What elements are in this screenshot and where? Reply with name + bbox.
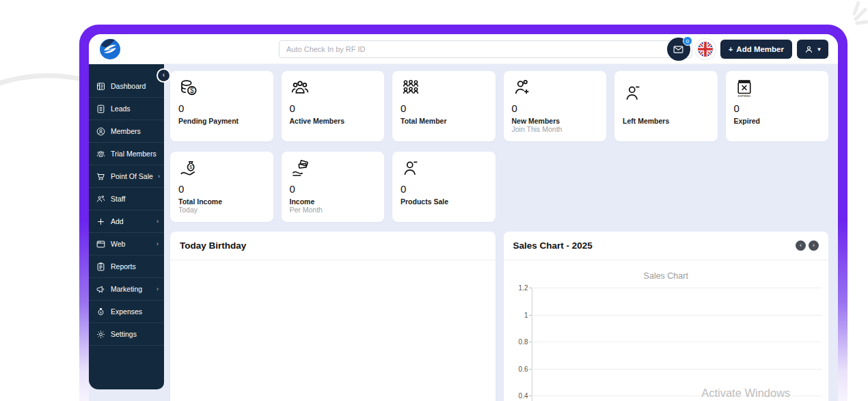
calendar-expired-icon [734, 78, 755, 98]
reports-icon [96, 262, 106, 272]
person-icon [804, 44, 814, 55]
stat-cards-grid: 0 Pending Payment 0 Active Members 0 Tot… [170, 71, 828, 222]
coins-dollar-icon [178, 78, 199, 98]
stat-value: 0 [734, 102, 821, 115]
chart-title: Sales Chart [504, 271, 829, 281]
stat-label: Products Sale [401, 197, 487, 206]
language-flag-button[interactable] [695, 39, 716, 59]
chart-prev-button[interactable]: ‹ [796, 240, 806, 251]
header-actions: 0 + Add [667, 38, 828, 61]
expenses-icon [96, 307, 106, 317]
sidebar-item-reports[interactable]: Reports [89, 255, 164, 278]
stat-card-left-members: Left Members [614, 71, 718, 141]
crowd-icon [401, 78, 421, 98]
dashboard-icon [96, 81, 106, 92]
add-member-button[interactable]: + Add Member [720, 40, 792, 59]
sidebar-item-marketing[interactable]: Marketing › [89, 278, 164, 301]
sidebar-item-dashboard[interactable]: Dashboard [89, 75, 164, 98]
y-tick-label: 0.6 [513, 365, 528, 373]
y-tick-label: 0.8 [513, 338, 528, 346]
main-content: 0 Pending Payment 0 Active Members 0 Tot… [164, 64, 838, 401]
sidebar: Dashboard Leads Members Trial Members Po… [89, 64, 164, 389]
chart-plot: 1.2 1 0.8 0.6 0.4 [513, 288, 822, 401]
stat-card-expired: 0 Expired [726, 71, 829, 141]
stat-value: 0 [401, 183, 487, 196]
envelope-icon [673, 44, 684, 55]
stat-value: 0 [178, 102, 265, 115]
person-plus-icon [512, 78, 532, 98]
chevron-right-icon: › [158, 173, 160, 180]
sidebar-item-web[interactable]: Web › [89, 233, 164, 255]
bottom-panels: Today Birthday Sales Chart - 2025 ‹ › Sa… [170, 232, 828, 401]
moneybag-hand-icon [178, 158, 199, 179]
stat-card-income-per-month: 0 Income Per Month [282, 152, 385, 222]
stat-label: New Members [512, 117, 599, 125]
megaphone-icon [96, 284, 106, 294]
sidebar-item-add[interactable]: Add › [89, 210, 164, 233]
screenshot-stage: 0 + Add [0, 0, 868, 401]
stat-card-active-members: 0 Active Members [282, 71, 385, 141]
chevron-right-icon: › [157, 218, 159, 225]
uk-flag-icon [698, 42, 713, 57]
cash-hand-icon [290, 158, 310, 179]
trial-members-icon [96, 149, 106, 159]
gridline [532, 342, 822, 342]
stat-sublabel: Per Month [290, 206, 377, 214]
leads-icon [96, 104, 106, 114]
stat-value: 0 [290, 102, 377, 115]
sparkle-doodle [841, 0, 868, 34]
sidebar-item-trial-members[interactable]: Trial Members [89, 143, 164, 165]
birthday-panel-header: Today Birthday [170, 232, 496, 260]
web-icon [96, 239, 106, 249]
sidebar-item-members[interactable]: Members [89, 120, 164, 143]
stat-sublabel: Join This Month [512, 125, 599, 133]
profile-menu-button[interactable]: ▼ [797, 40, 828, 59]
plus-icon [96, 217, 106, 227]
stat-label: Expired [734, 117, 821, 125]
app-logo[interactable] [100, 39, 120, 59]
sales-chart: Sales Chart 1.2 1 0.8 [504, 260, 829, 401]
chevron-right-icon: › [157, 286, 159, 292]
stat-value: 0 [512, 102, 599, 115]
sidebar-item-staff[interactable]: Staff [89, 188, 164, 210]
sidebar-item-expenses[interactable]: Expenses [89, 301, 164, 323]
stat-value: 0 [178, 183, 265, 196]
app-window: 0 + Add [89, 34, 838, 401]
person-minus-icon [401, 158, 421, 179]
sidebar-item-settings[interactable]: Settings [89, 323, 164, 346]
stat-label: Total Income [178, 197, 265, 206]
mail-button[interactable]: 0 [667, 38, 690, 61]
sidebar-collapse-button[interactable]: ‹ [158, 70, 169, 81]
staff-icon [96, 194, 106, 204]
stat-label: Total Member [401, 117, 487, 125]
today-birthday-panel: Today Birthday [170, 232, 496, 401]
sidebar-item-leads[interactable]: Leads [89, 98, 164, 120]
stat-label: Active Members [290, 117, 377, 125]
cart-icon [96, 171, 106, 182]
search-input[interactable] [279, 40, 692, 58]
y-tick-label: 0.4 [513, 392, 528, 400]
chart-next-button[interactable]: › [809, 240, 819, 251]
sidebar-item-point-of-sale[interactable]: Point Of Sale › [89, 165, 164, 188]
chevron-right-icon: › [157, 240, 159, 247]
mail-badge: 0 [683, 36, 692, 46]
stat-sublabel: Today [178, 206, 265, 214]
y-tick-label: 1.2 [513, 284, 528, 292]
stat-card-pending-payment: 0 Pending Payment [170, 71, 273, 141]
chevron-down-icon: ▼ [817, 46, 822, 53]
stat-value: 0 [401, 102, 487, 115]
person-minus-icon [623, 83, 643, 104]
gridline [532, 288, 822, 288]
stat-card-total-income: 0 Total Income Today [170, 152, 273, 222]
stat-value: 0 [290, 183, 377, 196]
gear-icon [96, 329, 106, 340]
group-icon [290, 78, 310, 98]
panel-title: Sales Chart - 2025 [513, 240, 593, 251]
stat-card-products-sale: 0 Products Sale [392, 152, 496, 222]
rf-search [279, 40, 692, 58]
sales-panel-header: Sales Chart - 2025 ‹ › [504, 232, 829, 260]
stat-label: Income [290, 197, 377, 206]
app-header: 0 + Add [89, 34, 838, 64]
chart-nav: ‹ › [796, 240, 819, 251]
stat-card-new-members: 0 New Members Join This Month [504, 71, 607, 141]
